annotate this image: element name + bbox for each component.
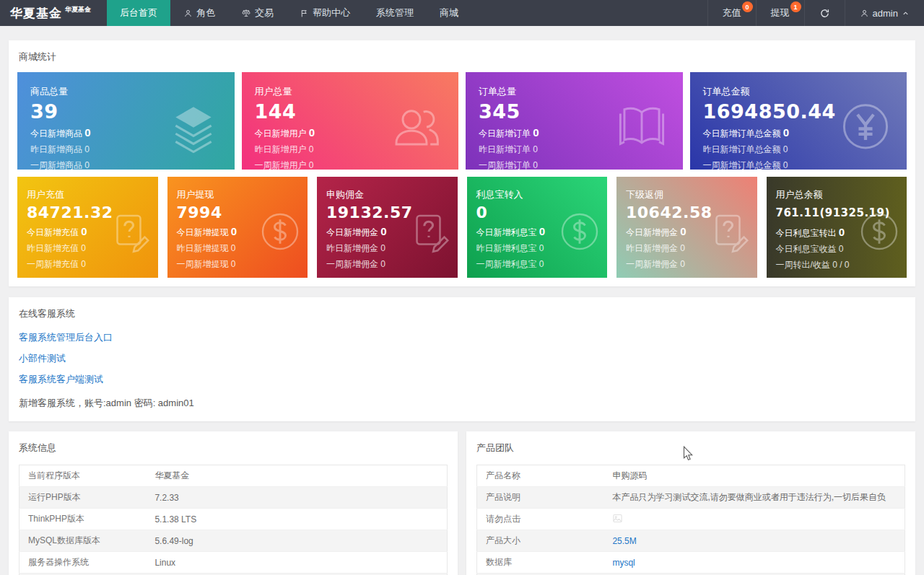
scales-icon xyxy=(241,8,251,18)
card-title: 用户总量 xyxy=(255,85,446,98)
nav-item-label: 后台首页 xyxy=(120,6,157,19)
card-line: 一周新增利息宝 0 xyxy=(476,258,598,271)
card-title: 利息宝转入 xyxy=(476,188,598,201)
nav-item-help-center[interactable]: 帮助中心 xyxy=(287,0,363,26)
nav-item-system-management[interactable]: 系统管理 xyxy=(363,0,427,26)
database-link[interactable]: mysql xyxy=(612,558,635,568)
card-line: 一周新增佣金 0 xyxy=(326,258,448,271)
online-service-panel: 在线客服系统 客服系统管理后台入口 小部件测试 客服系统客户端测试 新增客服系统… xyxy=(9,297,915,421)
withdraw-button[interactable]: 提现 1 xyxy=(756,0,804,26)
open-book-icon xyxy=(615,100,668,153)
big-stat-cards: 商品总量 39 今日新增商品 0 昨日新增商品 0 一周新增商品 0 用户总量 … xyxy=(9,63,915,170)
table-row: ThinkPHP版本 5.1.38 LTS xyxy=(19,509,448,530)
stat-card-order-amount-total: 订单总金额 1694850.44 今日新增订单总金额 0 昨日新增订单总金额 0… xyxy=(690,72,907,170)
table-row: MySQL数据库版本 5.6.49-log xyxy=(19,530,448,552)
main-menu: 后台首页 角色 交易 帮助中心 系统管理 商城 xyxy=(107,0,471,26)
mall-stats-title: 商城统计 xyxy=(9,40,915,63)
file-question-icon xyxy=(109,210,152,253)
system-info-title: 系统信息 xyxy=(19,442,448,455)
card-title: 订单总量 xyxy=(479,85,670,98)
brand-logo[interactable]: 华夏基金 华夏基金 xyxy=(0,0,107,26)
card-title: 用户充值 xyxy=(27,188,149,201)
product-team-title: 产品团队 xyxy=(476,442,905,455)
service-admin-entry-link[interactable]: 客服系统管理后台入口 xyxy=(19,331,905,344)
bottom-panels: 系统信息 当前程序版本 华夏基金 运行PHP版本 7.2.33 ThinkPHP… xyxy=(9,431,915,575)
dollar-circle-icon xyxy=(558,210,601,253)
service-client-test-link[interactable]: 客服系统客户端测试 xyxy=(19,373,905,386)
table-row: 产品名称 申购源码 xyxy=(477,465,905,487)
admin-menu[interactable]: admin xyxy=(845,0,924,26)
navbar-right: 充值 0 提现 1 admin xyxy=(707,0,924,26)
table-row: 请勿点击 xyxy=(477,509,905,530)
table-row: 当前程序版本 华夏基金 xyxy=(19,465,448,487)
yen-circle-icon xyxy=(839,100,892,153)
card-line: 一周新增提现 0 xyxy=(177,258,299,271)
card-line: 一周新增订单总金额 0 xyxy=(703,159,894,170)
card-title: 用户总余额 xyxy=(776,188,898,201)
users-icon xyxy=(391,100,444,153)
table-row: 运行PHP版本 7.2.33 xyxy=(19,487,448,509)
card-line: 一周新增订单 0 xyxy=(479,159,670,170)
file-question-icon xyxy=(409,210,452,253)
layers-icon xyxy=(167,100,220,153)
product-team-table: 产品名称 申购源码 产品说明 本产品只为学习测试交流,请勿要做商业或者用于违法行… xyxy=(476,465,905,575)
service-links: 客服系统管理后台入口 小部件测试 客服系统客户端测试 xyxy=(9,320,915,386)
card-line: 一周新增充值 0 xyxy=(27,258,149,271)
card-title: 用户提现 xyxy=(177,188,299,201)
table-row: 产品大小 25.5M xyxy=(477,530,905,552)
stat-card-product-total: 商品总量 39 今日新增商品 0 昨日新增商品 0 一周新增商品 0 xyxy=(17,72,235,170)
widget-test-link[interactable]: 小部件测试 xyxy=(19,352,905,365)
product-size-link[interactable]: 25.5M xyxy=(612,536,636,546)
stat-card-interest-transfer-in: 利息宝转入 0 今日新增利息宝 0 昨日新增利息宝 0 一周新增利息宝 0 xyxy=(467,177,608,278)
card-line: 一周新增商品 0 xyxy=(30,159,222,170)
recharge-button[interactable]: 充值 0 xyxy=(707,0,756,26)
top-navbar: 华夏基金 华夏基金 后台首页 角色 交易 帮助中心 系统管理 商城 充值 0 xyxy=(0,0,924,26)
small-stat-cards: 用户充值 84721.32 今日新增充值 0 昨日新增充值 0 一周新增充值 0… xyxy=(9,170,915,278)
card-title: 申购佣金 xyxy=(326,188,448,201)
table-row: 数据库 mysql xyxy=(477,552,905,574)
stat-card-user-total-balance: 用户总余额 761.11(91325.19) 今日利息宝转出 0 今日利息宝收益… xyxy=(767,177,907,278)
system-info-panel: 系统信息 当前程序版本 华夏基金 运行PHP版本 7.2.33 ThinkPHP… xyxy=(9,431,458,575)
broken-image-icon xyxy=(612,513,623,526)
card-line: 一周新增佣金 0 xyxy=(626,258,748,271)
card-line: 一周转出/收益 0 / 0 xyxy=(776,259,898,271)
admin-username: admin xyxy=(873,8,898,19)
online-service-title: 在线客服系统 xyxy=(9,297,915,320)
nav-item-mall[interactable]: 商城 xyxy=(427,0,471,26)
brand-sup-text: 华夏基金 xyxy=(65,5,91,14)
nav-item-trade[interactable]: 交易 xyxy=(228,0,287,26)
nav-item-label: 帮助中心 xyxy=(313,6,350,19)
user-icon xyxy=(183,9,193,18)
nav-item-roles[interactable]: 角色 xyxy=(170,0,228,26)
withdraw-badge: 1 xyxy=(790,1,801,12)
refresh-icon xyxy=(819,8,830,19)
flag-icon xyxy=(300,9,309,18)
nav-item-label: 商城 xyxy=(440,6,458,19)
stat-card-user-withdraw: 用户提现 7994 今日新增提现 0 昨日新增提现 0 一周新增提现 0 xyxy=(167,177,308,278)
card-title: 商品总量 xyxy=(30,85,222,98)
nav-item-dashboard[interactable]: 后台首页 xyxy=(107,0,170,26)
mall-stats-panel: 商城统计 商品总量 39 今日新增商品 0 昨日新增商品 0 一周新增商品 0 … xyxy=(9,40,915,286)
service-account-note: 新增客服系统，账号:admin 密码: admin01 xyxy=(9,394,915,410)
stat-card-order-total: 订单总量 345 今日新增订单 0 昨日新增订单 0 一周新增订单 0 xyxy=(466,72,683,170)
system-info-table: 当前程序版本 华夏基金 运行PHP版本 7.2.33 ThinkPHP版本 5.… xyxy=(19,465,448,575)
stat-card-purchase-commission: 申购佣金 19132.57 今日新增佣金 0 昨日新增佣金 0 一周新增佣金 0 xyxy=(317,177,458,278)
stat-card-subordinate-rebate: 下级返佣 10642.58 今日新增佣金 0 昨日新增佣金 0 一周新增佣金 0 xyxy=(616,177,757,278)
refresh-button[interactable] xyxy=(804,0,845,26)
dollar-circle-icon xyxy=(858,210,901,253)
table-row: 服务器操作系统 Linux xyxy=(19,552,448,574)
file-question-icon xyxy=(708,210,751,253)
nav-item-label: 交易 xyxy=(255,6,274,19)
product-team-panel: 产品团队 产品名称 申购源码 产品说明 本产品只为学习测试交流,请勿要做商业或者… xyxy=(466,431,915,575)
card-line: 一周新增用户 0 xyxy=(255,159,446,170)
user-icon xyxy=(860,9,869,18)
brand-text: 华夏基金 xyxy=(10,5,62,22)
stat-card-user-recharge: 用户充值 84721.32 今日新增充值 0 昨日新增充值 0 一周新增充值 0 xyxy=(17,177,158,278)
nav-item-label: 角色 xyxy=(196,6,215,19)
chevron-up-icon xyxy=(902,9,910,17)
card-title: 订单总金额 xyxy=(703,85,894,98)
table-row: 产品说明 本产品只为学习测试交流,请勿要做商业或者用于违法行为,一切后果自负 xyxy=(477,487,905,509)
nav-item-label: 系统管理 xyxy=(376,6,414,19)
recharge-badge: 0 xyxy=(742,1,753,12)
dollar-circle-icon xyxy=(258,210,302,253)
